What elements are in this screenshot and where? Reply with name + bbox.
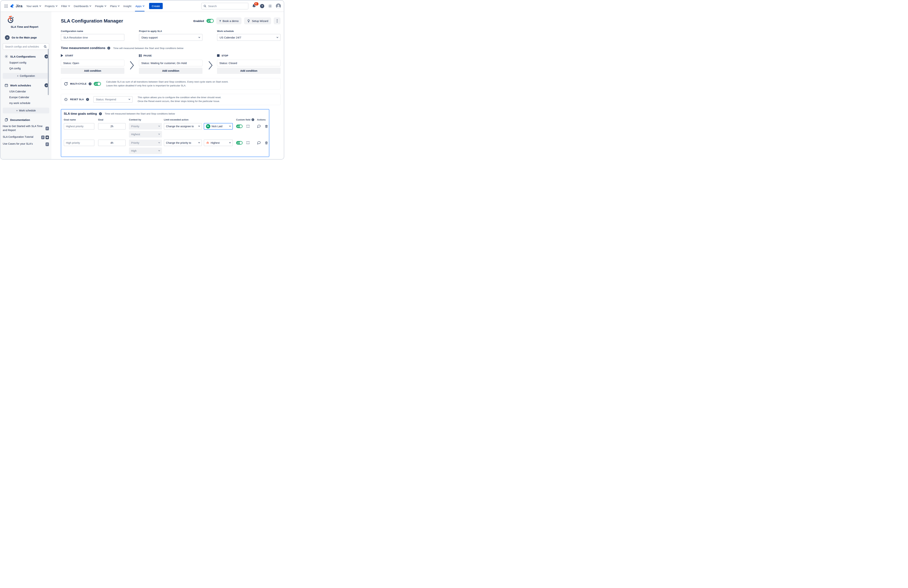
stop-condition-value[interactable]: Status: Closed [217, 60, 280, 66]
context-by-select[interactable]: Priority [129, 140, 162, 146]
gear-icon [268, 4, 272, 8]
add-work-schedule-button[interactable]: + Work schedule [3, 108, 49, 113]
stop-icon [217, 54, 219, 57]
start-condition-value[interactable]: Status: Open [61, 60, 124, 66]
back-to-main-link[interactable]: Go to the Main page [5, 35, 52, 40]
doc-link-configuration-tutorial[interactable]: SLA Configuration Tutorial [3, 135, 49, 139]
nav-insight[interactable]: Insight [121, 0, 133, 11]
expand-button[interactable] [246, 124, 250, 129]
sla-time-goals-panel: SLA time goals setting i Time will measu… [61, 109, 269, 157]
nav-filter[interactable]: Filter [59, 0, 72, 11]
goals-table-header: Goal name Goal Context by Limit exceeded… [64, 118, 266, 121]
setup-wizard-button[interactable]: Setup Wizard [244, 18, 271, 24]
create-button[interactable]: Create [149, 3, 163, 9]
enabled-label: Enabled [193, 19, 204, 22]
more-actions-button[interactable] [274, 18, 280, 24]
sidebar-item-usa-calendar[interactable]: USA Calendar [0, 88, 52, 94]
chevron-down-icon [198, 125, 200, 127]
context-value-select[interactable]: Highest [129, 131, 162, 138]
context-value-select[interactable]: High [129, 148, 162, 154]
grid-icon [4, 4, 8, 8]
enabled-toggle[interactable] [206, 19, 214, 23]
project-select[interactable]: Diary support [139, 34, 203, 41]
comment-button[interactable] [257, 141, 261, 145]
doc-link-use-cases[interactable]: Use Cases for your SLA's [3, 142, 49, 146]
goal-time-input[interactable] [98, 140, 126, 146]
chevron-down-icon [158, 149, 160, 151]
nav-apps[interactable]: Apps [133, 0, 146, 11]
settings-button[interactable] [268, 4, 272, 8]
chevron-down-icon [229, 125, 231, 127]
goal-name-input[interactable] [64, 123, 95, 130]
time-conditions-title: Time measurement conditions [61, 46, 105, 50]
time-conditions-subtitle: Time will measured between the Start and… [113, 47, 184, 50]
chevron-down-icon [229, 141, 231, 143]
delete-button[interactable] [264, 141, 269, 145]
comment-icon [257, 141, 261, 145]
start-add-condition-button[interactable]: Add condition [61, 68, 124, 74]
goal-time-input[interactable] [98, 123, 126, 130]
priority-select[interactable]: Highest [204, 140, 233, 146]
custom-field-toggle[interactable] [236, 141, 243, 145]
chevron-down-icon [129, 98, 130, 100]
assignee-select[interactable]: NL Nick Laid [204, 123, 233, 130]
user-avatar[interactable] [276, 3, 281, 8]
custom-field-toggle[interactable] [236, 124, 243, 128]
nav-projects[interactable]: Projects [43, 0, 59, 11]
sidebar-scrollbar[interactable] [48, 49, 49, 95]
jira-logo[interactable]: Jira [10, 4, 23, 8]
work-schedule-select[interactable]: US Calendar 24/7 [217, 34, 280, 41]
search-input[interactable] [208, 5, 246, 8]
nav-people[interactable]: People [93, 0, 108, 11]
multi-cycle-toggle[interactable] [94, 82, 101, 86]
info-icon[interactable]: i [99, 112, 102, 115]
reset-sla-select[interactable]: Status: Reopend [93, 96, 132, 103]
reset-sla-description: This option allows you to configure the … [138, 96, 221, 103]
global-search [201, 3, 248, 10]
chevron-down-icon [143, 5, 144, 6]
flow-arrow-icon [129, 60, 134, 70]
comment-button[interactable] [257, 124, 261, 129]
chevron-down-icon [198, 36, 200, 38]
context-by-select[interactable]: Priority [129, 123, 162, 130]
pause-add-condition-button[interactable]: Add condition [139, 68, 203, 74]
nav-plans[interactable]: Plans [108, 0, 121, 11]
info-icon[interactable]: i [86, 98, 89, 101]
sidebar-item-europe-calendar[interactable]: Europe Calendar [0, 94, 52, 100]
expand-button[interactable] [246, 141, 250, 145]
limit-action-select[interactable]: Change the priority to [164, 140, 202, 146]
goal-name-input[interactable] [64, 140, 95, 146]
stop-add-condition-button[interactable]: Add condition [217, 68, 280, 74]
start-condition-column: START Status: Open Add condition [61, 53, 124, 74]
sidebar-item-support-config[interactable]: Support config [0, 60, 52, 66]
pause-condition-value[interactable]: Status: Waiting for customer, On Hold [139, 60, 203, 66]
reset-sla-label: RESET SLA [70, 98, 84, 101]
header-custom-field: Custom field i [236, 118, 253, 121]
notifications-button[interactable]: 9+ [252, 4, 257, 8]
nav-dashboards[interactable]: Dashboards [72, 0, 93, 11]
expand-icon [246, 124, 250, 128]
goal-row-context-value: Highest [64, 131, 266, 138]
delete-button[interactable] [264, 124, 269, 129]
info-icon[interactable]: i [251, 118, 254, 121]
sidebar-item-qa-config[interactable]: QA config [0, 66, 52, 71]
info-icon[interactable]: i [89, 82, 92, 85]
pause-condition-column: PAUSE Status: Waiting for customer, On H… [139, 53, 203, 74]
nav-your-work[interactable]: Your work [24, 0, 43, 11]
sidebar-item-my-work-schedule[interactable]: my work schedule [0, 100, 52, 106]
add-configuration-button[interactable]: + Configuration [3, 73, 49, 79]
configuration-name-input[interactable] [61, 34, 124, 41]
chevron-down-icon [158, 133, 160, 135]
app-switcher-icon[interactable] [3, 3, 9, 9]
gear-icon [5, 55, 8, 58]
help-button[interactable]: ? [260, 4, 264, 8]
goals-title: SLA time goals setting [64, 112, 97, 116]
multi-cycle-row: MULTI-CYCLE i Calculate SLA as sum of al… [61, 78, 280, 90]
limit-action-select[interactable]: Change the assignee to [164, 123, 202, 130]
plus-icon: + [16, 109, 18, 112]
doc-link-get-started[interactable]: How to Get Started with SLA Time and Rep… [3, 124, 49, 132]
info-icon[interactable]: i [107, 47, 110, 50]
sidebar-search-input[interactable] [5, 45, 42, 48]
document-badge-icon [45, 143, 49, 146]
book-demo-button[interactable]: ? Book a demo [216, 18, 241, 24]
